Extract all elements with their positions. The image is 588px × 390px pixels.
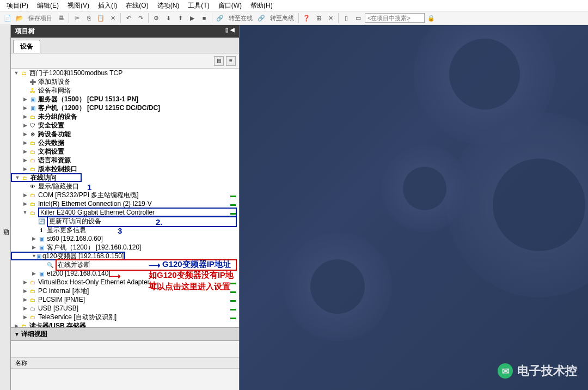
refresh-icon: 🔄 [37,217,46,225]
eth-icon: 🗀 [28,278,37,286]
menu-insert[interactable]: 插入(I) [94,0,121,11]
menu-options[interactable]: 选项(N) [153,0,184,11]
new-button[interactable]: 📄 [2,13,13,23]
detail-view-title[interactable]: ▼ 详细视图 [11,327,239,341]
tree-com[interactable]: COM [RS232/PPI 多主站编程电缆] [38,191,237,200]
tree-teleservice[interactable]: TeleService [自动协议识别] [38,313,237,322]
plc-icon: ▣ [28,104,37,112]
compile-button[interactable]: ⚙ [151,13,162,23]
download-button[interactable]: ⬇ [163,13,174,23]
watermark: ✉ 电子技术控 [498,363,577,379]
tree-cross-device[interactable]: 跨设备功能 [38,130,237,139]
tree-st60[interactable]: st60 [192.168.0.60] [47,235,237,242]
stop-button[interactable]: ■ [199,13,210,23]
port-icon: ▬ [230,306,236,312]
tree-root[interactable]: 西门子1200和1500modbus TCP [29,69,237,78]
tree-devices-networks[interactable]: 设备和网络 [38,86,237,95]
plc-icon: ▣ [28,95,37,103]
redo-button[interactable]: ↷ [135,13,146,23]
tree-client-ip[interactable]: 客户机（1200） [192.168.0.120] [47,243,237,252]
project-tree-panel: 项目树 ▯ ◀ 设备 ⊞ ≡ ▼🗂西门子1200和1500modbus TCP … [11,25,240,390]
tree-view-button[interactable]: ≡ [226,56,236,66]
device-icon: ▣ [37,235,46,242]
tree-virtualbox[interactable]: VirtualBox Host-Only Ethernet Adapter [38,278,237,286]
port-icon: ▬ [230,210,236,216]
tree-security[interactable]: 安全设置 [38,121,237,130]
devices-tab[interactable]: 设备 [13,40,40,53]
delete-button[interactable]: ✕ [107,13,118,23]
tree-card-reader[interactable]: 读卡器/USB 存储器 [29,321,237,328]
device-icon: ▣ [37,243,46,251]
interface-icon: 👁 [28,182,37,190]
info-icon: ℹ [37,226,46,234]
card-reader-icon: 🗀 [20,322,28,327]
go-offline-button[interactable]: 转至离线 [268,14,296,22]
detail-col-name: 名称 [15,359,27,367]
project-search-input[interactable] [365,13,425,23]
menu-project[interactable]: 项目(P) [2,0,33,11]
tree-add-device[interactable]: 添加新设备 [38,77,237,87]
workspace: ✉ 电子技术控 [240,25,588,390]
tree-plcsim[interactable]: PLCSIM [PN/IE] [38,296,237,303]
tree-version-ctrl[interactable]: 版本控制接口 [38,164,237,174]
tree-client[interactable]: 客户机（1200） [CPU 1215C DC/DC/DC] [38,103,237,113]
open-button[interactable]: 📂 [14,13,25,23]
split2-button[interactable]: ▭ [353,13,364,23]
tree-pc-internal[interactable]: PC internal [本地] [38,287,237,296]
sim-icon: 🗀 [28,296,37,303]
tree-server[interactable]: 服务器（1500） [CPU 1513-1 PN] [38,95,237,104]
folder-icon: 🗀 [28,113,37,120]
port-icon: ▬ [230,314,236,320]
offline-icon[interactable]: 🔗 [256,13,267,23]
tree-et200[interactable]: et200 [192.168.0.140] [47,270,237,277]
toolbar: 📄 📂 保存项目 🖶 ✂ ⎘ 📋 ✕ ↶ ↷ ⚙ ⬇ ⬆ ▶ ■ 🔗 转至在线 … [0,11,588,25]
tree-intel[interactable]: Intel(R) Ethernet Connection (2) I219-V [38,200,237,208]
cross-icon: ⊗ [28,130,37,138]
tele-icon: 🗀 [28,313,37,321]
project-icon: 🗂 [20,69,28,77]
tree-doc-settings[interactable]: 文档设置 [38,147,237,156]
tree-show-more[interactable]: 显示更多信息 [47,226,237,235]
copy-button[interactable]: ⎘ [83,13,94,23]
tree-common-data[interactable]: 公共数据 [38,138,237,148]
undo-button[interactable]: ↶ [123,13,134,23]
port-icon: ▬ [230,288,236,294]
menu-tools[interactable]: 工具(T) [183,0,213,11]
close-button[interactable]: ✕ [325,13,336,23]
panel-controls[interactable]: ▯ ◀ [225,27,235,36]
diag-icon: 🔍 [46,261,54,269]
tree-lang-res[interactable]: 语言和资源 [38,156,237,165]
split-button[interactable]: ▯ [341,13,352,23]
diag-button[interactable]: ⊞ [313,13,324,23]
drive-icon: ▣ [36,252,41,260]
paste-button[interactable]: 📋 [95,13,106,23]
menu-edit[interactable]: 编辑(E) [33,0,63,11]
menu-online[interactable]: 在线(O) [121,0,152,11]
tree-show-hide[interactable]: 显示/隐藏接口 [38,182,237,191]
tree-ungrouped[interactable]: 未分组的设备 [38,112,237,121]
cut-button[interactable]: ✂ [71,13,82,23]
help-icon[interactable]: ❓ [301,13,312,23]
menu-bar: 项目(P) 编辑(E) 视图(V) 插入(I) 在线(O) 选项(N) 工具(T… [0,0,588,11]
menu-view[interactable]: 视图(V) [63,0,94,11]
folder-icon: 🗀 [28,156,37,164]
sim-button[interactable]: ▶ [187,13,198,23]
eth-icon: 🗀 [28,200,37,208]
go-online-button[interactable]: 转至在线 [226,14,255,22]
online-icon[interactable]: 🔗 [215,13,225,23]
project-tree[interactable]: ▼🗂西门子1200和1500modbus TCP ➕添加新设备 🖧设备和网络 ▶… [11,69,239,327]
port-icon: ▬ [230,192,236,198]
menu-help[interactable]: 帮助(H) [246,0,277,11]
save-button[interactable]: 保存项目 [26,14,54,22]
tree-usb[interactable]: USB [S7USB] [38,304,237,312]
print-button[interactable]: 🖶 [56,13,66,23]
tree-online-access[interactable]: 在线访问 [30,173,78,182]
tree-expand-button[interactable]: ⊞ [214,56,224,66]
start-side-tab[interactable]: 启动 [0,25,11,390]
detail-view: 名称 [11,341,239,390]
search-go-button[interactable]: 🔒 [426,13,437,23]
security-icon: 🛡 [28,121,37,129]
folder-icon: 🗀 [28,148,37,155]
menu-window[interactable]: 窗口(W) [214,0,246,11]
upload-button[interactable]: ⬆ [175,13,186,23]
